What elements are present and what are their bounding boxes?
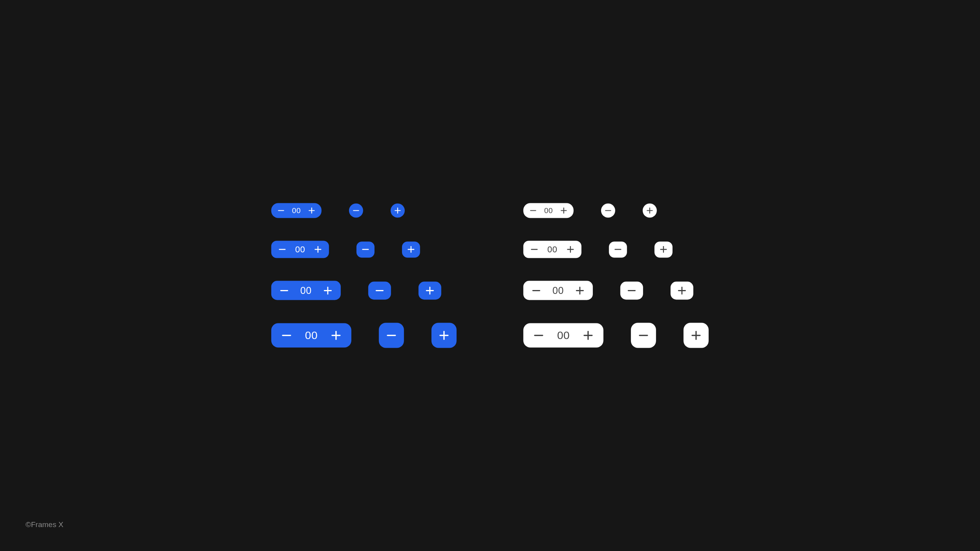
increment-button-blue-lg[interactable] bbox=[431, 323, 457, 348]
white-size-md-row: 00 bbox=[523, 281, 709, 300]
stepper-value: 00 bbox=[557, 329, 570, 342]
increment-button-blue-md[interactable] bbox=[419, 281, 441, 299]
stepper-white-lg[interactable]: 00 bbox=[523, 323, 603, 348]
minus-icon[interactable] bbox=[277, 207, 285, 215]
minus-icon bbox=[638, 330, 649, 341]
plus-icon bbox=[646, 207, 654, 215]
minus-icon[interactable] bbox=[278, 245, 287, 254]
plus-icon bbox=[425, 285, 435, 296]
blue-variants-column: 00 00 00 bbox=[271, 203, 457, 348]
plus-icon[interactable] bbox=[560, 207, 568, 215]
plus-icon bbox=[677, 285, 687, 296]
minus-icon bbox=[352, 207, 360, 215]
white-size-sm-row: 00 bbox=[523, 241, 709, 258]
decrement-button-blue-xs[interactable] bbox=[349, 204, 363, 218]
stepper-blue-md[interactable]: 00 bbox=[271, 281, 341, 300]
blue-size-md-row: 00 bbox=[271, 281, 457, 300]
minus-icon[interactable] bbox=[281, 330, 293, 341]
plus-icon[interactable] bbox=[575, 285, 585, 296]
decrement-button-blue-lg[interactable] bbox=[379, 323, 404, 348]
stepper-value: 00 bbox=[292, 206, 301, 215]
minus-icon[interactable] bbox=[530, 245, 539, 254]
plus-icon bbox=[394, 207, 402, 215]
plus-icon[interactable] bbox=[308, 207, 316, 215]
increment-button-white-sm[interactable] bbox=[654, 241, 672, 257]
stepper-blue-sm[interactable]: 00 bbox=[271, 241, 329, 258]
minus-icon[interactable] bbox=[533, 330, 545, 341]
stepper-value: 00 bbox=[544, 206, 553, 215]
stepper-white-sm[interactable]: 00 bbox=[523, 241, 581, 258]
minus-icon[interactable] bbox=[531, 285, 541, 296]
increment-button-blue-xs[interactable] bbox=[391, 204, 405, 218]
increment-button-white-md[interactable] bbox=[671, 281, 693, 299]
blue-size-lg-row: 00 bbox=[271, 323, 457, 348]
stepper-white-xs[interactable]: 00 bbox=[523, 203, 574, 218]
stepper-value: 00 bbox=[300, 285, 312, 296]
plus-icon bbox=[438, 330, 450, 341]
stepper-blue-lg[interactable]: 00 bbox=[271, 323, 351, 348]
plus-icon[interactable] bbox=[566, 245, 574, 254]
decrement-button-blue-sm[interactable] bbox=[357, 241, 375, 257]
blue-size-sm-row: 00 bbox=[271, 241, 457, 258]
plus-icon bbox=[690, 330, 702, 341]
stepper-value: 00 bbox=[295, 244, 305, 255]
stepper-blue-xs[interactable]: 00 bbox=[271, 203, 322, 218]
decrement-button-white-xs[interactable] bbox=[601, 204, 615, 218]
decrement-button-white-sm[interactable] bbox=[609, 241, 627, 257]
stepper-value: 00 bbox=[305, 329, 318, 342]
increment-button-white-lg[interactable] bbox=[684, 323, 709, 348]
plus-icon bbox=[659, 245, 667, 254]
credit-text: ©Frames X bbox=[26, 520, 63, 529]
minus-icon[interactable] bbox=[279, 285, 289, 296]
minus-icon bbox=[361, 245, 370, 254]
minus-icon[interactable] bbox=[529, 207, 537, 215]
blue-size-xs-row: 00 bbox=[271, 203, 457, 218]
decrement-button-blue-md[interactable] bbox=[368, 281, 391, 299]
minus-icon bbox=[375, 285, 385, 296]
white-size-xs-row: 00 bbox=[523, 203, 709, 218]
decrement-button-white-md[interactable] bbox=[620, 281, 643, 299]
plus-icon[interactable] bbox=[582, 330, 594, 341]
increment-button-blue-sm[interactable] bbox=[402, 241, 420, 257]
component-showcase: 00 00 00 bbox=[271, 203, 709, 348]
plus-icon[interactable] bbox=[323, 285, 333, 296]
decrement-button-white-lg[interactable] bbox=[631, 323, 656, 348]
stepper-value: 00 bbox=[552, 285, 564, 296]
minus-icon bbox=[627, 285, 637, 296]
minus-icon bbox=[604, 207, 612, 215]
minus-icon bbox=[386, 330, 397, 341]
stepper-value: 00 bbox=[547, 244, 557, 255]
minus-icon bbox=[613, 245, 622, 254]
stepper-white-md[interactable]: 00 bbox=[523, 281, 593, 300]
plus-icon[interactable] bbox=[330, 330, 342, 341]
plus-icon bbox=[407, 245, 415, 254]
increment-button-white-xs[interactable] bbox=[643, 204, 657, 218]
plus-icon[interactable] bbox=[314, 245, 322, 254]
white-size-lg-row: 00 bbox=[523, 323, 709, 348]
white-variants-column: 00 00 00 bbox=[523, 203, 709, 348]
